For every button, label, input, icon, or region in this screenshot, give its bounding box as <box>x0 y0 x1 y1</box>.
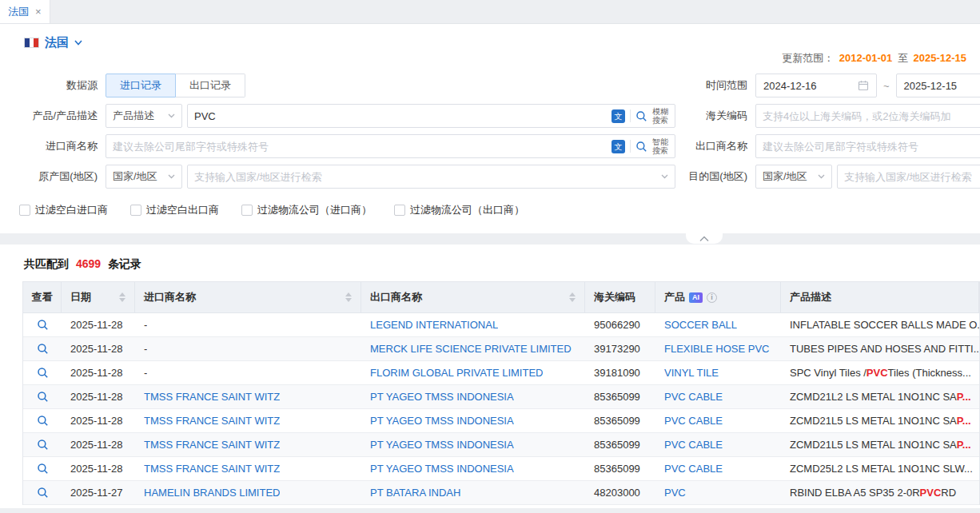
row-exporter[interactable]: PT YAGEO TMSS INDONESIA <box>370 415 514 427</box>
tab-france[interactable]: 法国 × <box>0 0 50 23</box>
translate-icon[interactable]: 文 <box>612 109 625 123</box>
row-product[interactable]: SOCCER BALL <box>664 319 737 331</box>
origin-input-wrap <box>187 165 675 189</box>
tab-label: 法国 <box>8 5 29 19</box>
table-row: 2025-11-28 TMSS FRANCE SAINT WITZ PT YAG… <box>23 457 979 481</box>
view-button[interactable] <box>37 343 49 355</box>
view-button[interactable] <box>37 463 49 475</box>
row-exporter[interactable]: LEGEND INTERNATIONAL <box>370 319 498 331</box>
sort-exporter-icon[interactable] <box>564 292 576 302</box>
row-importer[interactable]: TMSS FRANCE SAINT WITZ <box>144 415 280 427</box>
smart-search-button[interactable] <box>635 141 647 153</box>
row-date: 2025-11-28 <box>62 385 135 408</box>
destination-input[interactable] <box>844 166 980 187</box>
row-description: ZCMD21L5 LS METAL 1NO1NC SA P... <box>781 433 979 456</box>
row-product[interactable]: PVC CABLE <box>664 463 723 475</box>
row-exporter[interactable]: PT YAGEO TMSS INDONESIA <box>370 391 514 403</box>
view-button[interactable] <box>37 367 49 379</box>
row-exporter[interactable]: MERCK LIFE SCIENCE PRIVATE LIMITED <box>370 343 572 355</box>
chevron-up-icon <box>699 236 710 242</box>
product-type-select[interactable]: 产品描述 <box>106 104 182 128</box>
origin-type-select[interactable]: 国家/地区 <box>106 165 182 189</box>
translate-icon[interactable]: 文 <box>612 140 625 153</box>
desc-pre: INFLATABLE SOCCER BALLS MADE O... <box>790 319 979 331</box>
row-importer[interactable]: HAMELIN BRANDS LIMITED <box>144 487 280 499</box>
chevron-down-icon <box>818 174 825 179</box>
view-button[interactable] <box>37 487 49 499</box>
row-importer[interactable]: TMSS FRANCE SAINT WITZ <box>144 439 280 451</box>
data-source-toggle-group: 进口记录 出口记录 <box>106 74 245 97</box>
origin-input[interactable] <box>194 166 661 187</box>
chevron-down-icon <box>168 174 175 179</box>
update-range: 更新范围： 2012-01-01 至 2025-12-15 <box>0 51 980 67</box>
sort-date-icon[interactable] <box>114 292 125 302</box>
desc-pre: ZCMD21L5 LS METAL 1NO1NC SA <box>790 439 957 451</box>
smart-search-label[interactable]: 智能 搜索 <box>652 137 668 155</box>
desc-pre: RBIND ELBA A5 SP35 2-0R <box>790 487 920 499</box>
desc-post: Tiles (Thickness... <box>888 367 971 379</box>
desc-highlight: PVC <box>920 487 942 499</box>
tab-bar: 法国 × <box>0 0 980 24</box>
checkbox-icon[interactable] <box>241 205 253 216</box>
row-exporter[interactable]: PT YAGEO TMSS INDONESIA <box>370 439 514 451</box>
row-product[interactable]: FLEXIBLE HOSE PVC <box>664 343 770 355</box>
table-header: 查看 日期 进口商名称 出口商名称 海关编码 产品 AI i 产品描述 <box>23 282 979 313</box>
desc-pre: SPC Vinyl Tiles / <box>790 367 866 379</box>
date-to-input[interactable]: 2025-12-15 <box>896 74 980 97</box>
chevron-down-icon[interactable] <box>661 174 668 179</box>
checkbox-icon[interactable] <box>19 205 30 216</box>
row-description: ZCMD21L2 LS METAL 1NO1NC SA P... <box>781 385 979 408</box>
exporter-input[interactable] <box>763 136 980 157</box>
row-exporter[interactable]: PT YAGEO TMSS INDONESIA <box>370 463 514 475</box>
row-hs-code: 85365099 <box>585 385 655 408</box>
view-button[interactable] <box>37 439 49 451</box>
form-row-importer: 进口商名称 文 智能 搜索 <box>0 134 980 158</box>
export-records-toggle[interactable]: 出口记录 <box>176 74 245 97</box>
fuzzy-search-button[interactable] <box>635 110 647 122</box>
chevron-down-icon[interactable] <box>74 40 82 46</box>
update-range-label: 更新范围： <box>782 52 834 64</box>
match-summary: 共匹配到 4699 条记录 <box>0 245 980 281</box>
table-row: 2025-11-28 TMSS FRANCE SAINT WITZ PT YAG… <box>23 385 979 409</box>
row-product[interactable]: PVC <box>664 487 686 499</box>
view-button[interactable] <box>37 391 49 403</box>
row-importer[interactable]: TMSS FRANCE SAINT WITZ <box>144 463 280 475</box>
row-product[interactable]: PVC CABLE <box>664 391 723 403</box>
row-product[interactable]: VINYL TILE <box>664 367 719 379</box>
fuzzy-search-label[interactable]: 模糊 搜索 <box>652 107 668 125</box>
destination-type-select[interactable]: 国家/地区 <box>755 165 832 189</box>
product-input[interactable] <box>194 105 607 126</box>
info-icon[interactable]: i <box>707 292 717 303</box>
view-button[interactable] <box>37 415 49 427</box>
country-selector[interactable]: 法国 <box>45 35 69 50</box>
origin-label: 原产国(地区) <box>0 169 106 184</box>
desc-pre: ZCMD25L2 LS METAL 1NO1NC SLW... <box>790 463 973 475</box>
row-exporter[interactable]: PT BATARA INDAH <box>370 487 460 499</box>
search-icon <box>37 319 49 331</box>
desc-highlight: PVC <box>866 367 888 379</box>
hs-code-input[interactable] <box>763 105 980 126</box>
filter-logistics-exporter-checkbox[interactable]: 过滤物流公司（出口商） <box>394 203 524 217</box>
checkbox-icon[interactable] <box>394 205 405 216</box>
import-records-toggle[interactable]: 进口记录 <box>106 74 176 97</box>
filter-logistics-importer-checkbox[interactable]: 过滤物流公司（进口商） <box>241 203 372 217</box>
row-product[interactable]: PVC CABLE <box>664 439 723 451</box>
view-button[interactable] <box>37 319 49 331</box>
checkbox-icon[interactable] <box>130 205 141 216</box>
sort-importer-icon[interactable] <box>341 292 352 302</box>
row-product[interactable]: PVC CABLE <box>664 415 723 427</box>
search-icon <box>37 487 49 499</box>
filter-blank-importer-checkbox[interactable]: 过滤空白进口商 <box>19 203 108 217</box>
collapse-panel-button[interactable] <box>686 233 723 244</box>
row-importer: - <box>144 343 147 355</box>
importer-input[interactable] <box>113 136 607 157</box>
search-icon <box>37 391 49 403</box>
tab-close-icon[interactable]: × <box>35 6 42 17</box>
row-importer[interactable]: TMSS FRANCE SAINT WITZ <box>144 391 280 403</box>
table-row: 2025-11-28 - MERCK LIFE SCIENCE PRIVATE … <box>23 337 979 361</box>
desc-pre: ZCMD21L2 LS METAL 1NO1NC SA <box>790 391 957 403</box>
row-date: 2025-11-28 <box>62 337 135 360</box>
filter-blank-exporter-checkbox[interactable]: 过滤空白出口商 <box>130 203 219 217</box>
row-exporter[interactable]: FLORIM GLOBAL PRIVATE LIMITED <box>370 367 543 379</box>
date-from-input[interactable]: 2024-12-16 <box>755 74 877 97</box>
